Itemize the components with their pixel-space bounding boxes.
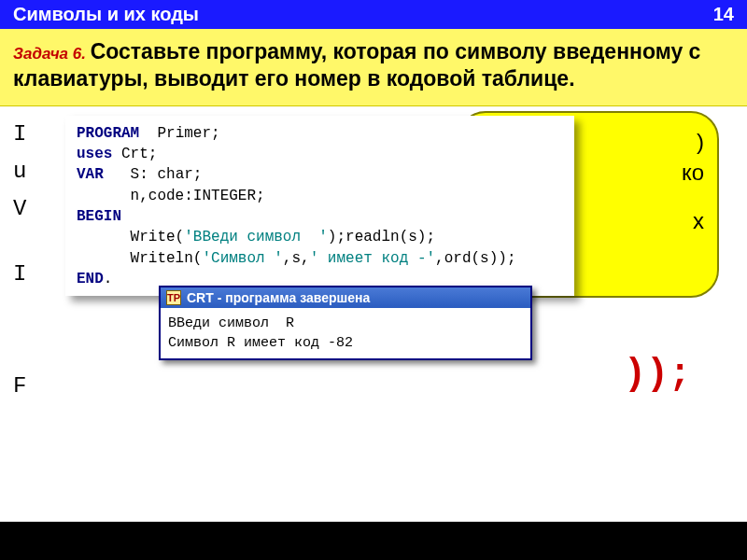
- task-text: Составьте программу, которая по символу …: [13, 39, 700, 91]
- bg-line: I: [13, 256, 26, 293]
- red-code-fragment: ));: [624, 354, 691, 396]
- ide-code-window: PROGRAM Primer; uses Crt; VAR S: char; n…: [65, 116, 574, 296]
- code-text: S: char;: [104, 166, 203, 183]
- background-left-text: I u V I F: [13, 116, 26, 405]
- content-area: I u V I F ) ко х )); PROGRAM Primer; use…: [0, 106, 747, 522]
- bg-line: V: [13, 190, 26, 228]
- crt-line: ВВеди символ R: [168, 315, 294, 331]
- ide-code: PROGRAM Primer; uses Crt; VAR S: char; n…: [65, 116, 574, 296]
- crt-output-window: TP CRT - программа завершена ВВеди симво…: [159, 286, 532, 360]
- code-text: );readln(s);: [328, 229, 435, 245]
- header-title: Символы и их коды: [13, 4, 199, 25]
- bg-line: F: [13, 368, 26, 405]
- string-literal: 'Символ ': [202, 250, 282, 267]
- program-icon: TP: [166, 290, 181, 305]
- keyword: VAR: [77, 166, 104, 183]
- code-text: Primer;: [139, 125, 219, 142]
- keyword: BEGIN: [77, 208, 121, 225]
- page-number: 14: [713, 4, 734, 25]
- code-text: Crt;: [112, 146, 157, 162]
- bg-line: I: [13, 116, 26, 153]
- code-text: .: [104, 271, 113, 287]
- task-band: Задача 6. Составьте программу, которая п…: [0, 29, 747, 106]
- keyword: END: [77, 271, 104, 287]
- crt-titlebar[interactable]: TP CRT - программа завершена: [161, 287, 530, 308]
- slide-header: Символы и их коды 14: [0, 0, 747, 29]
- string-literal: 'ВВеди символ ': [184, 229, 328, 245]
- code-text: ,ord(s));: [435, 250, 515, 267]
- code-text: Write(: [77, 229, 184, 245]
- bg-line: u: [13, 153, 26, 190]
- crt-title: CRT - программа завершена: [187, 290, 370, 305]
- crt-body: ВВеди символ R Символ R имеет код -82: [161, 308, 530, 358]
- code-text: Writeln(: [77, 250, 202, 267]
- keyword: uses: [77, 146, 112, 162]
- keyword: PROGRAM: [77, 125, 139, 142]
- task-label: Задача 6.: [13, 45, 91, 63]
- code-text: n,code:INTEGER;: [77, 188, 265, 204]
- code-text: ,s,: [283, 250, 310, 267]
- string-literal: ' имеет код -': [310, 250, 435, 267]
- crt-line: Символ R имеет код -82: [168, 335, 353, 351]
